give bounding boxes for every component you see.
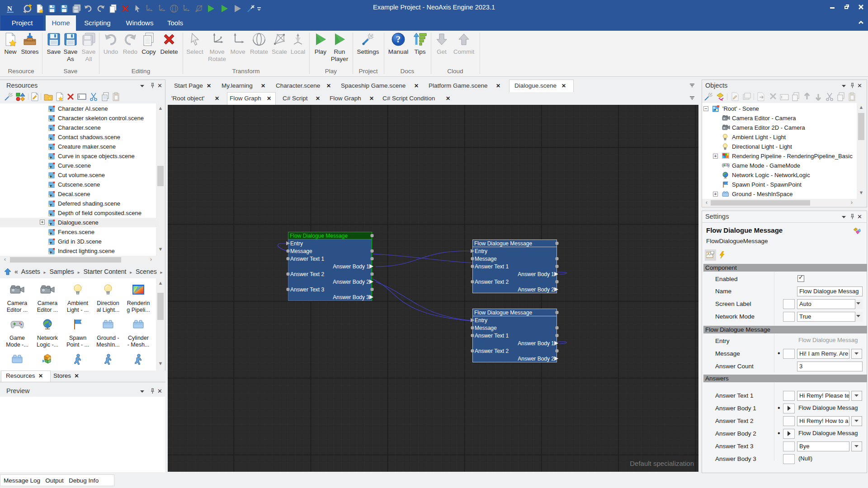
svg-text:N: N	[7, 5, 12, 12]
svg-text:?: ?	[396, 34, 401, 44]
